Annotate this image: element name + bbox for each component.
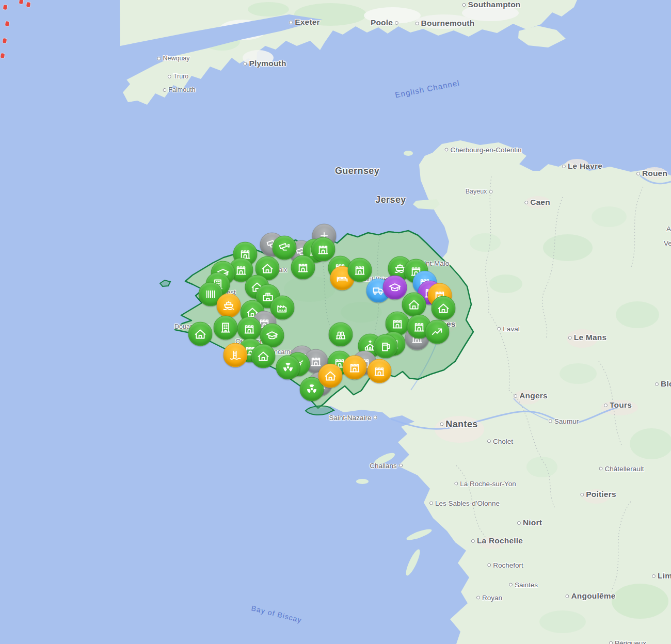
city-dot: [440, 423, 443, 426]
city-label-newquay: Newquay: [157, 55, 189, 62]
city-label-royan: Royan: [476, 594, 502, 602]
city-label-niort: Niort: [517, 518, 542, 527]
city-label-caen: Caen: [524, 198, 550, 207]
city-dot: [549, 420, 552, 423]
house-icon: [437, 301, 451, 315]
marker-castle[interactable]: [348, 258, 372, 282]
marker-pool[interactable]: [223, 343, 248, 367]
marker-castle[interactable]: [237, 317, 262, 341]
city-label-poitiers: Poitiers: [580, 490, 616, 499]
city-label-la-roche-sur-yon: La Roche-sur-Yon: [454, 480, 516, 488]
building-icon: [219, 321, 233, 335]
marker-radiation[interactable]: [276, 356, 300, 380]
guernsey-island: [404, 151, 413, 156]
city-label-chatellerault: Châtellerault: [599, 465, 644, 473]
city-dot: [157, 57, 161, 60]
marker-house[interactable]: [188, 322, 213, 346]
city-label-saintes: Saintes: [509, 581, 538, 589]
city-label-bournemouth: Bournemouth: [416, 19, 475, 28]
trend-icon: [430, 325, 444, 339]
city-label-le-havre: Le Havre: [562, 162, 602, 171]
red-poi-marker: [5, 21, 9, 26]
city-label-text: Tours: [610, 400, 632, 410]
house-icon: [324, 369, 338, 383]
castle-icon: [309, 355, 323, 368]
house-icon: [194, 327, 207, 341]
city-label-text: Laval: [503, 325, 519, 333]
map-canvas[interactable]: SouthamptonExeterPooleBournemouthPlymout…: [0, 0, 671, 644]
city-label-text: Limoges: [658, 571, 671, 581]
city-label-nantes: Nantes: [440, 419, 477, 430]
marker-house[interactable]: [251, 344, 276, 368]
marker-house[interactable]: [402, 293, 426, 317]
city-label-la-rochelle: La Rochelle: [471, 536, 523, 545]
city-label-angouleme: Angoulême: [565, 591, 615, 601]
castle-icon: [296, 261, 310, 275]
castle-icon: [316, 243, 330, 256]
city-dot: [429, 502, 433, 505]
city-label-saint-nazaire: Saint-Nazaire: [329, 414, 377, 422]
city-dot: [163, 88, 166, 92]
marker-beer[interactable]: [374, 334, 398, 359]
city-dot: [373, 416, 377, 420]
city-label-text: Ve: [664, 239, 671, 247]
city-label-text: Caen: [530, 198, 550, 207]
marker-castle[interactable]: [291, 255, 315, 280]
city-label-le-mans: Le Mans: [568, 333, 606, 342]
marker-trend[interactable]: [425, 320, 450, 344]
city-dot: [399, 464, 403, 468]
city-label-plymouth: Plymouth: [243, 59, 286, 68]
city-dot: [444, 148, 448, 152]
radiation-icon: [281, 361, 295, 375]
city-label-les-sables-d-olonne: Les Sables-d'Olonne: [429, 500, 500, 507]
red-poi-marker: [19, 0, 23, 4]
city-label-laval: Laval: [497, 325, 519, 333]
marker-palace[interactable]: [329, 323, 353, 347]
city-label-text: Rochefort: [493, 561, 523, 569]
red-poi-marker: [3, 5, 7, 10]
marker-grad[interactable]: [383, 276, 407, 300]
city-label-exeter: Exeter: [289, 18, 320, 27]
city-label-text: Plymouth: [249, 59, 286, 68]
city-label-saumur: Saumur: [549, 417, 579, 425]
marker-castle[interactable]: [311, 237, 336, 262]
city-label-text: Jersey: [375, 195, 406, 205]
city-label-text: Cholet: [493, 438, 513, 445]
grad-icon: [388, 281, 402, 295]
city-dot: [454, 482, 458, 486]
city-label-a: A: [666, 225, 671, 233]
city-dot: [524, 201, 528, 204]
marker-ferry[interactable]: [217, 294, 241, 318]
city-label-text: Rouen: [642, 169, 667, 178]
marker-building[interactable]: [214, 316, 238, 340]
red-poi-marker: [26, 2, 30, 7]
bed-icon: [336, 271, 349, 285]
city-label-text: Exeter: [295, 18, 320, 27]
city-label-truro: Truro: [168, 73, 188, 80]
city-dot: [580, 493, 584, 496]
city-label-ve: Ve: [664, 239, 671, 247]
marker-cctv[interactable]: [273, 236, 297, 260]
city-label-text: Angers: [519, 391, 548, 400]
castle-icon: [373, 364, 387, 378]
marker-castle[interactable]: [343, 356, 367, 380]
city-dot: [636, 172, 640, 175]
factory-icon: [276, 301, 290, 315]
marker-house[interactable]: [432, 296, 456, 320]
city-label-text: Le Havre: [568, 162, 602, 171]
city-label-text: Saint-Nazaire: [329, 414, 372, 422]
cctv-icon: [278, 241, 292, 255]
city-dot: [395, 21, 398, 25]
city-label-text: Cherbourg-en-Cotentin: [450, 146, 521, 154]
marker-house[interactable]: [318, 364, 343, 388]
city-label-text: Niort: [523, 518, 542, 527]
city-label-text: Newquay: [163, 55, 189, 62]
marker-castle[interactable]: [368, 359, 392, 383]
city-label-text: Périgueux: [615, 639, 646, 644]
house-icon: [257, 349, 270, 363]
house-icon: [261, 262, 275, 276]
city-label-text: Royan: [482, 594, 502, 602]
castle-icon: [234, 263, 248, 277]
city-dot: [487, 564, 491, 567]
city-label-text: Truro: [173, 73, 188, 80]
